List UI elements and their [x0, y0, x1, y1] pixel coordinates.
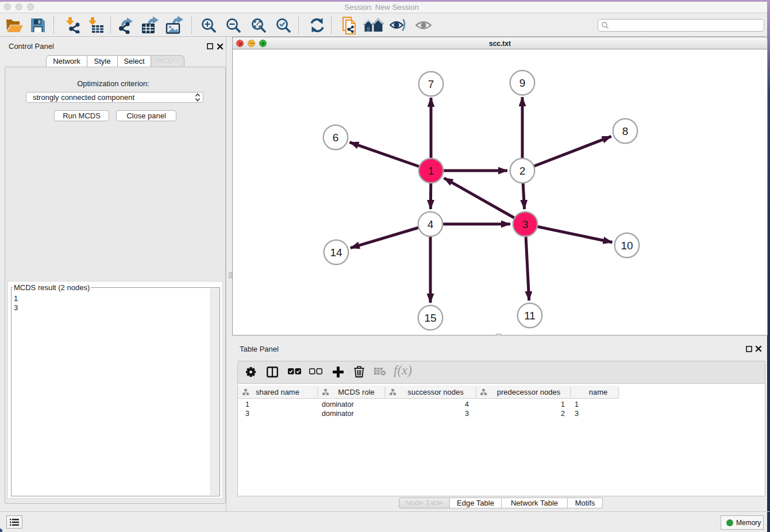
- svg-text:3: 3: [522, 218, 529, 230]
- svg-text:6: 6: [333, 132, 339, 144]
- svg-text:8: 8: [622, 125, 629, 137]
- svg-text:MCDS role: MCDS role: [338, 388, 375, 396]
- svg-text:shared name: shared name: [256, 388, 299, 396]
- svg-text:successor nodes: successor nodes: [407, 388, 464, 396]
- svg-text:1: 1: [428, 165, 434, 177]
- svg-text:name: name: [589, 388, 608, 396]
- svg-text:15: 15: [424, 312, 436, 324]
- svg-text:10: 10: [621, 240, 633, 252]
- svg-text:2: 2: [519, 165, 526, 177]
- svg-text:11: 11: [524, 310, 536, 322]
- svg-text:predecessor nodes: predecessor nodes: [497, 388, 561, 396]
- svg-text:14: 14: [330, 246, 342, 259]
- svg-text:9: 9: [519, 77, 526, 89]
- svg-text:4: 4: [428, 218, 434, 230]
- svg-text:7: 7: [428, 78, 434, 90]
